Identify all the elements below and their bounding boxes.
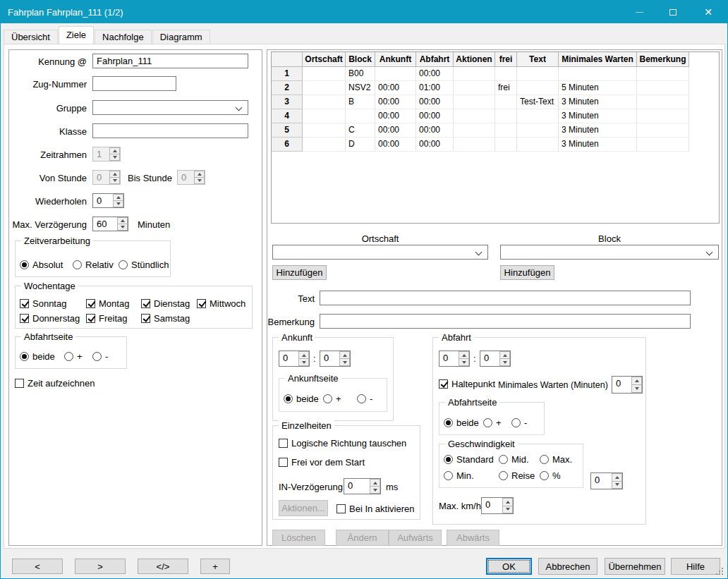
aendern-button[interactable]: Ändern xyxy=(336,530,389,546)
spin-down-icon[interactable] xyxy=(631,385,642,393)
spin-down-icon[interactable] xyxy=(113,201,123,207)
max-kmh-spinner[interactable]: 0 xyxy=(481,497,514,514)
spin-up-icon[interactable] xyxy=(298,351,309,359)
row-number[interactable]: 4 xyxy=(272,109,303,123)
checkbox-icon[interactable] xyxy=(20,314,29,323)
kennung-input[interactable]: Fahrplan_111 xyxy=(92,54,248,68)
cell-bemerkung[interactable] xyxy=(637,67,689,81)
uebernehmen-button[interactable]: Übernehmen xyxy=(605,558,665,575)
nav-add-button[interactable]: + xyxy=(200,559,230,574)
checkbox-icon[interactable] xyxy=(86,314,95,323)
spin-up-icon[interactable] xyxy=(109,147,120,154)
cell-ankunft[interactable]: 00:00 xyxy=(375,138,416,152)
checkbox-icon[interactable] xyxy=(86,299,95,308)
cell-frei[interactable] xyxy=(495,138,517,152)
radio-abfahrtseite-minus[interactable]: - xyxy=(92,351,108,362)
cell-block[interactable]: B00 xyxy=(346,67,375,81)
checkbox-montag[interactable]: Montag xyxy=(86,298,129,309)
checkbox-logische-richtung[interactable]: Logische Richtung tauschen xyxy=(279,438,406,449)
cell-bemerkung[interactable] xyxy=(637,95,689,109)
radio-geschwindigkeit-prozent[interactable]: % xyxy=(540,470,561,481)
checkbox-samstag[interactable]: Samstag xyxy=(141,313,190,324)
cell-ortschaft[interactable] xyxy=(303,67,346,81)
cell-ortschaft[interactable] xyxy=(303,138,346,152)
radio-icon[interactable] xyxy=(357,394,366,403)
row-number[interactable]: 5 xyxy=(272,123,303,138)
checkbox-icon[interactable] xyxy=(20,299,29,308)
spin-up-icon[interactable] xyxy=(612,473,622,482)
minimize-button[interactable] xyxy=(623,1,656,23)
radio-geschwindigkeit-mid[interactable]: Mid. xyxy=(499,454,529,465)
spin-up-icon[interactable] xyxy=(117,217,128,224)
table-row[interactable]: 1 B00 00:00 xyxy=(272,67,719,81)
checkbox-icon[interactable] xyxy=(279,439,288,448)
text-input[interactable] xyxy=(320,291,691,305)
table-row[interactable]: 5 C 00:00 00:00 3 Minuten xyxy=(272,123,719,138)
radio-abfahrt-seite-plus[interactable]: + xyxy=(483,418,502,428)
resize-grip-icon[interactable] xyxy=(716,568,724,576)
wiederholen-spinner[interactable]: 0 xyxy=(92,193,124,208)
loeschen-button[interactable]: Löschen xyxy=(272,530,325,546)
table-row[interactable]: 2 NSV2 00:00 01:00 frei 5 Minuten xyxy=(272,81,719,95)
nav-prev-button[interactable]: < xyxy=(12,559,63,574)
cell-frei[interactable] xyxy=(495,109,517,123)
nav-code-button[interactable]: </> xyxy=(138,559,188,574)
gruppe-combobox[interactable] xyxy=(92,100,248,115)
cell-block[interactable] xyxy=(346,109,375,123)
spin-down-icon[interactable] xyxy=(194,178,205,184)
row-number[interactable]: 3 xyxy=(272,95,303,109)
cell-ankunft[interactable]: 00:00 xyxy=(375,81,416,95)
radio-abfahrt-seite-minus[interactable]: - xyxy=(511,418,527,428)
cell-ankunft[interactable]: 00:00 xyxy=(375,123,416,138)
radio-relativ[interactable]: Relativ xyxy=(73,260,114,270)
ankunft-stunde-spinner[interactable]: 0 xyxy=(279,351,310,367)
checkbox-icon[interactable] xyxy=(279,458,288,467)
abwaerts-button[interactable]: Abwärts xyxy=(447,530,499,546)
cell-aktionen[interactable] xyxy=(454,81,495,95)
radio-icon[interactable] xyxy=(284,394,293,403)
radio-geschwindigkeit-max[interactable]: Max. xyxy=(540,454,572,465)
cell-frei[interactable]: frei xyxy=(495,81,517,95)
zeitrahmen-spinner[interactable]: 1 xyxy=(92,147,121,161)
chevron-down-icon[interactable] xyxy=(706,249,713,256)
cell-abfahrt[interactable]: 00:00 xyxy=(416,109,454,123)
cell-ortschaft[interactable] xyxy=(303,109,346,123)
cell-minimales-warten[interactable]: 3 Minuten xyxy=(559,109,637,123)
checkbox-freitag[interactable]: Freitag xyxy=(86,313,127,324)
checkbox-zeit-aufzeichnen[interactable]: Zeit aufzeichnen xyxy=(15,378,95,389)
cell-aktionen[interactable] xyxy=(454,109,495,123)
cell-abfahrt[interactable]: 00:00 xyxy=(416,123,454,138)
checkbox-icon[interactable] xyxy=(439,379,448,389)
radio-icon[interactable] xyxy=(540,471,549,480)
max-verzoegerung-spinner[interactable]: 60 xyxy=(92,217,128,231)
radio-icon[interactable] xyxy=(444,455,453,464)
ankunft-minute-spinner[interactable]: 0 xyxy=(320,351,351,367)
radio-icon[interactable] xyxy=(499,455,508,464)
checkbox-icon[interactable] xyxy=(141,314,150,323)
cell-minimales-warten[interactable]: 3 Minuten xyxy=(559,138,637,152)
radio-icon[interactable] xyxy=(499,471,508,480)
radio-stuendlich[interactable]: Stündlich xyxy=(119,260,169,270)
cell-minimales-warten[interactable]: 3 Minuten xyxy=(559,123,637,138)
cell-block[interactable]: D xyxy=(346,138,375,152)
cell-aktionen[interactable] xyxy=(454,67,495,81)
table-row[interactable]: 6 D 00:00 00:00 3 Minuten xyxy=(272,138,719,152)
radio-abfahrtseite-beide[interactable]: beide xyxy=(20,351,55,362)
cell-minimales-warten[interactable]: 3 Minuten xyxy=(559,95,637,109)
radio-icon[interactable] xyxy=(73,260,82,269)
checkbox-icon[interactable] xyxy=(336,504,346,513)
radio-geschwindigkeit-reise[interactable]: Reise xyxy=(499,470,535,481)
checkbox-icon[interactable] xyxy=(15,379,24,388)
block-combobox[interactable] xyxy=(500,245,719,260)
cell-bemerkung[interactable] xyxy=(637,81,689,95)
spin-down-icon[interactable] xyxy=(502,506,513,514)
ok-button[interactable]: OK xyxy=(486,558,532,575)
checkbox-bei-in-aktivieren[interactable]: Bei In aktivieren xyxy=(336,504,415,514)
ortschaft-hinzufuegen-button[interactable]: Hinzufügen xyxy=(272,265,327,280)
radio-icon[interactable] xyxy=(444,471,453,480)
cell-minimales-warten[interactable] xyxy=(559,67,637,81)
spin-up-icon[interactable] xyxy=(194,171,205,178)
cell-aktionen[interactable] xyxy=(454,123,495,138)
cell-text[interactable] xyxy=(517,109,559,123)
spin-up-icon[interactable] xyxy=(370,479,380,487)
